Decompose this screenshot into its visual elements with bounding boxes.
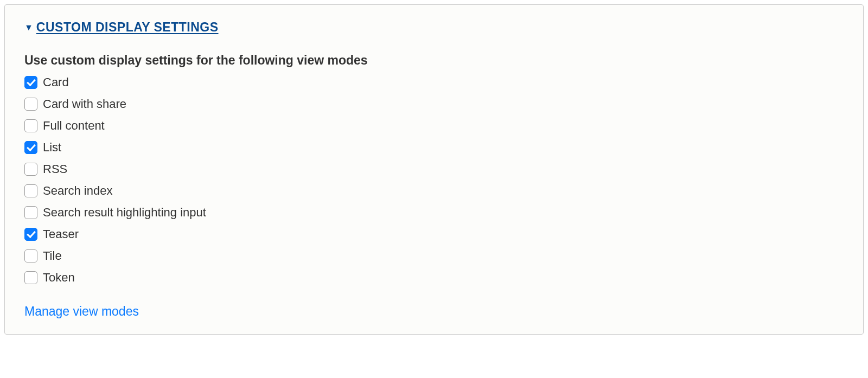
view-mode-label[interactable]: Search index: [43, 184, 112, 198]
view-mode-label[interactable]: Search result highlighting input: [43, 206, 206, 220]
view-mode-checkbox-full-content[interactable]: [24, 119, 37, 132]
view-mode-label[interactable]: Teaser: [43, 227, 79, 241]
view-mode-row: Card with share: [24, 97, 844, 111]
view-mode-label[interactable]: Token: [43, 271, 75, 285]
view-mode-checkbox-card[interactable]: [24, 76, 37, 89]
view-mode-checkbox-teaser[interactable]: [24, 228, 37, 241]
view-mode-checkbox-search-result-highlighting-input[interactable]: [24, 206, 37, 219]
view-mode-checkbox-search-index[interactable]: [24, 184, 37, 197]
view-mode-label[interactable]: Card with share: [43, 97, 126, 111]
view-mode-row: Tile: [24, 249, 844, 263]
view-mode-checkbox-tile[interactable]: [24, 249, 37, 262]
chevron-down-icon: ▼: [24, 23, 33, 33]
view-mode-label[interactable]: Full content: [43, 119, 105, 133]
view-mode-row: Token: [24, 271, 844, 285]
view-mode-row: Search result highlighting input: [24, 206, 844, 220]
panel-title: CUSTOM DISPLAY SETTINGS: [36, 20, 219, 35]
view-mode-row: Teaser: [24, 227, 844, 241]
view-mode-row: Full content: [24, 119, 844, 133]
view-mode-row: Card: [24, 75, 844, 89]
view-mode-checkbox-rss[interactable]: [24, 163, 37, 176]
view-mode-label[interactable]: List: [43, 140, 61, 155]
custom-display-settings-panel: ▼ CUSTOM DISPLAY SETTINGS Use custom dis…: [4, 4, 864, 335]
view-mode-checkbox-card-with-share[interactable]: [24, 98, 37, 111]
view-mode-checkbox-list[interactable]: [24, 141, 37, 154]
view-mode-row: Search index: [24, 184, 844, 198]
manage-view-modes-link[interactable]: Manage view modes: [24, 304, 139, 318]
view-mode-row: List: [24, 140, 844, 155]
panel-summary-toggle[interactable]: ▼ CUSTOM DISPLAY SETTINGS: [24, 20, 219, 35]
view-modes-checkbox-list: Card Card with share Full content List R…: [24, 75, 844, 285]
view-mode-label[interactable]: Tile: [43, 249, 62, 263]
view-modes-group-label: Use custom display settings for the foll…: [24, 53, 844, 68]
view-mode-label[interactable]: Card: [43, 75, 69, 89]
view-mode-checkbox-token[interactable]: [24, 271, 37, 284]
view-mode-row: RSS: [24, 162, 844, 176]
view-mode-label[interactable]: RSS: [43, 162, 67, 176]
